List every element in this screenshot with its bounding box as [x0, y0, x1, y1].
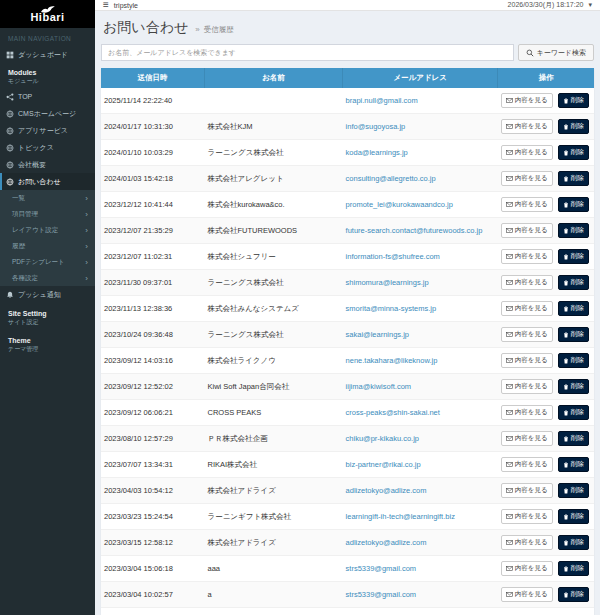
email-link[interactable]: chiku@pr-kikaku.co.jp — [346, 434, 419, 443]
email-link[interactable]: nene.takahara@likeknow.jp — [346, 356, 438, 365]
view-content-button[interactable]: 内容を見る — [501, 275, 553, 290]
cell-actions: 内容を見る 削除 — [498, 478, 594, 504]
app-name[interactable]: tripstyle — [114, 2, 138, 9]
cell-name: Kiwi Soft Japan合同会社 — [205, 374, 343, 400]
sidebar-item[interactable]: お問い合わせ — [0, 173, 95, 190]
view-content-button[interactable]: 内容を見る — [501, 171, 553, 186]
email-link[interactable]: adlizetokyo@adlize.com — [346, 538, 427, 547]
view-content-button[interactable]: 内容を見る — [501, 353, 553, 368]
sidebar-item[interactable]: TOP — [0, 88, 95, 105]
delete-button[interactable]: 削除 — [558, 457, 589, 472]
view-content-button[interactable]: 内容を見る — [501, 197, 553, 212]
view-content-button[interactable]: 内容を見る — [501, 535, 553, 550]
sidebar-subitem[interactable]: レイアウト設定 › — [0, 222, 95, 238]
view-content-button[interactable]: 内容を見る — [501, 93, 553, 108]
delete-button[interactable]: 削除 — [558, 275, 589, 290]
cell-name: 株式会社シュフリー — [205, 244, 343, 270]
delete-button[interactable]: 削除 — [558, 405, 589, 420]
delete-button[interactable]: 削除 — [558, 483, 589, 498]
view-content-button[interactable]: 内容を見る — [501, 509, 553, 524]
cell-actions: 内容を見る 削除 — [498, 270, 594, 296]
envelope-icon — [506, 331, 513, 338]
cell-name: ＰＲ株式会社企画 — [205, 426, 343, 452]
sidebar-subitem[interactable]: 各種設定 › — [0, 270, 95, 286]
sidebar-subitem[interactable]: 項目管理 › — [0, 206, 95, 222]
delete-button[interactable]: 削除 — [558, 301, 589, 316]
email-link[interactable]: shimomura@learnings.jp — [346, 278, 429, 287]
view-content-button[interactable]: 内容を見る — [501, 327, 553, 342]
email-link[interactable]: information-fs@shufree.com — [346, 252, 440, 261]
view-content-button[interactable]: 内容を見る — [501, 587, 553, 602]
sidebar-item-push-notification[interactable]: プッシュ通知 — [0, 286, 95, 303]
view-content-label: 内容を見る — [515, 200, 548, 209]
delete-button[interactable]: 削除 — [558, 119, 589, 134]
chevron-down-icon[interactable]: ▾ — [588, 1, 592, 9]
table-row: 2023/04/03 10:54:12 株式会社アドライズ adlizetoky… — [101, 478, 594, 504]
sidebar-item[interactable]: トピックス — [0, 139, 95, 156]
delete-button[interactable]: 削除 — [558, 431, 589, 446]
email-link[interactable]: info@sugoyosa.jp — [346, 122, 406, 131]
hamburger-menu-icon[interactable]: ≡ — [103, 0, 109, 10]
delete-button[interactable]: 削除 — [558, 223, 589, 238]
page-title: お問い合わせ — [103, 19, 188, 37]
breadcrumb: 受信履歴 — [204, 25, 234, 35]
sidebar-item-theme[interactable]: Theme テーマ管理 — [0, 330, 95, 357]
sidebar-subitem[interactable]: 一覧 › — [0, 190, 95, 206]
view-content-button[interactable]: 内容を見る — [501, 249, 553, 264]
delete-button[interactable]: 削除 — [558, 353, 589, 368]
delete-button[interactable]: 削除 — [558, 249, 589, 264]
sidebar-item[interactable]: アプリサービス — [0, 122, 95, 139]
envelope-icon — [506, 513, 513, 520]
delete-button[interactable]: 削除 — [558, 327, 589, 342]
view-content-button[interactable]: 内容を見る — [501, 223, 553, 238]
sidebar-header-modules: Modules モジュール — [0, 63, 95, 88]
email-link[interactable]: smorita@minna-systems.jp — [346, 304, 437, 313]
view-content-button[interactable]: 内容を見る — [501, 145, 553, 160]
email-link[interactable]: promote_lei@kurokawaandco.jp — [346, 200, 453, 209]
view-content-button[interactable]: 内容を見る — [501, 483, 553, 498]
email-link[interactable]: strs5339@gmail.com — [346, 564, 417, 573]
sidebar-item[interactable]: 会社概要 — [0, 156, 95, 173]
view-content-label: 内容を見る — [515, 408, 548, 417]
delete-button[interactable]: 削除 — [558, 379, 589, 394]
email-link[interactable]: future-search.contact@futurewoods.co.jp — [346, 226, 483, 235]
delete-button[interactable]: 削除 — [558, 171, 589, 186]
email-link[interactable]: strs5339@gmail.com — [346, 590, 417, 599]
brand-logo[interactable]: Hibari — [0, 0, 95, 28]
email-link[interactable]: adlizetokyo@adlize.com — [346, 486, 427, 495]
delete-button[interactable]: 削除 — [558, 93, 589, 108]
view-content-button[interactable]: 内容を見る — [501, 431, 553, 446]
sidebar-item-dashboard[interactable]: ダッシュボード — [0, 46, 95, 63]
view-content-label: 内容を見る — [515, 512, 548, 521]
view-content-button[interactable]: 内容を見る — [501, 561, 553, 576]
delete-button[interactable]: 削除 — [558, 145, 589, 160]
email-link[interactable]: biz-partner@rikai.co.jp — [346, 460, 421, 469]
email-link[interactable]: cross-peaks@shin-sakai.net — [346, 408, 440, 417]
delete-button[interactable]: 削除 — [558, 587, 589, 602]
keyword-search-button[interactable]: キーワード検索 — [518, 44, 595, 61]
sidebar-item-site-setting[interactable]: Site Setting サイト設定 — [0, 303, 95, 330]
delete-button[interactable]: 削除 — [558, 509, 589, 524]
email-link[interactable]: brapi.null@gmail.com — [346, 96, 418, 105]
search-input[interactable] — [101, 44, 514, 61]
delete-button[interactable]: 削除 — [558, 197, 589, 212]
delete-button[interactable]: 削除 — [558, 561, 589, 576]
email-link[interactable]: learningift-ih-tech@learningift.biz — [346, 512, 455, 521]
delete-button[interactable]: 削除 — [558, 535, 589, 550]
email-link[interactable]: sakai@learnings.jp — [346, 330, 409, 339]
envelope-icon — [506, 357, 513, 364]
view-content-button[interactable]: 内容を見る — [501, 119, 553, 134]
email-link[interactable]: consulting@allegretto.co.jp — [346, 174, 436, 183]
view-content-button[interactable]: 内容を見る — [501, 457, 553, 472]
sidebar-item[interactable]: CMSホームページ — [0, 105, 95, 122]
view-content-button[interactable]: 内容を見る — [501, 301, 553, 316]
view-content-button[interactable]: 内容を見る — [501, 405, 553, 420]
cell-name: 株式会社FUTUREWOODS — [205, 218, 343, 244]
email-link[interactable]: koda@learnings.jp — [346, 148, 408, 157]
view-content-button[interactable]: 内容を見る — [501, 379, 553, 394]
sidebar-subitem[interactable]: 履歴 › — [0, 238, 95, 254]
email-link[interactable]: iijima@kiwisoft.com — [346, 382, 412, 391]
cell-actions: 内容を見る 削除 — [498, 452, 594, 478]
sidebar-subitem[interactable]: PDFテンプレート › — [0, 254, 95, 270]
cell-name: 株式会社kurokawa&co. — [205, 192, 343, 218]
